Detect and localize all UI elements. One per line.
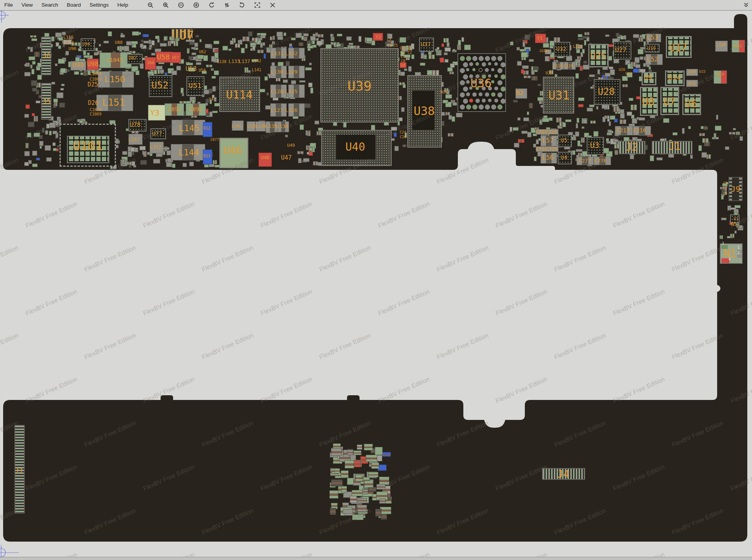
ref-label-C6[interactable]: C6 [723, 182, 727, 185]
ref-label-L119[interactable]: L119 [553, 64, 562, 68]
double-chevron-down-icon[interactable] [743, 2, 750, 9]
ref-label-Y1[interactable]: Y1 [537, 36, 542, 41]
ref-label-U78[interactable]: U78 [130, 121, 140, 128]
ref-label-U77[interactable]: U77 [152, 130, 162, 137]
ref-label-N2[interactable]: N2 [516, 89, 523, 97]
rotate-ccw-icon[interactable] [208, 2, 215, 9]
ref-label-L129[interactable]: L129 [285, 69, 297, 75]
ref-label-D87[interactable]: D87 [128, 55, 137, 61]
ref-label-U1001[interactable]: U1001 [540, 49, 549, 53]
ref-label-C1045[interactable]: C1045 [107, 57, 123, 63]
ref-label-U38[interactable]: U38 [414, 104, 435, 118]
ref-label-U60[interactable]: U60 [147, 61, 154, 65]
ref-label-L56[interactable]: L56 [542, 154, 554, 161]
ref-label-N1[interactable]: N1 [724, 248, 736, 259]
ref-label-U28[interactable]: U28 [598, 86, 615, 97]
ref-label-L147[interactable]: L147 [128, 137, 140, 142]
ref-label-U39[interactable]: U39 [347, 78, 371, 94]
ref-label-U96[interactable]: U96 [69, 46, 76, 51]
ref-label-L134[interactable]: L134 [276, 123, 288, 129]
ref-label-L151[interactable]: L151 [102, 97, 125, 108]
ref-label-C41[interactable]: C41 [400, 46, 406, 50]
ref-label-U8[interactable]: U8 [642, 96, 654, 108]
ref-label-L122[interactable]: L122 [573, 44, 582, 49]
ref-label-U40[interactable]: U40 [345, 140, 365, 153]
ref-label-C2[interactable]: C2 [408, 50, 412, 54]
ref-label-U114[interactable]: U114 [226, 88, 252, 101]
ref-label-C7[interactable]: C7 [723, 187, 727, 191]
ref-label-U17[interactable]: U17 [669, 42, 687, 54]
ref-label-C8[interactable]: C8 [401, 59, 405, 63]
ref-label-U22[interactable]: U22 [625, 72, 632, 76]
ref-label-U32[interactable]: U32 [556, 46, 566, 52]
ref-label-U19[interactable]: U19 [647, 46, 656, 51]
ref-label-U26[interactable]: U26 [619, 68, 625, 72]
ref-label-U49[interactable]: U49 [287, 143, 295, 148]
ref-label-C877[interactable]: C877 [210, 138, 219, 142]
board-canvas[interactable]: 1234 FlexBV Free EditionFlexBV Free Edit… [0, 11, 752, 557]
ref-label-C3[interactable]: C3 [401, 50, 405, 54]
ref-label-C1064[interactable]: C1064 [90, 72, 101, 76]
ref-label-U3[interactable]: U3 [590, 140, 599, 150]
ref-label-D26[interactable]: D26 [88, 99, 98, 106]
ref-label-C6[interactable]: C6 [388, 43, 392, 47]
ref-label-C323[interactable]: C323 [536, 129, 547, 135]
ref-label-C4[interactable]: C4 [401, 55, 405, 59]
ref-label-L125[interactable]: L125 [285, 88, 297, 94]
menu-help[interactable]: Help [113, 0, 132, 10]
flip-vertical-icon[interactable] [223, 2, 230, 9]
center-focus-icon[interactable] [254, 2, 261, 9]
ref-label-U7[interactable]: U7 [663, 96, 675, 108]
ref-label-U6[interactable]: U6 [685, 98, 697, 110]
ref-label-U10[interactable]: U10 [689, 70, 696, 74]
ref-label-J9[interactable]: J9 [731, 184, 740, 194]
ref-label-U31[interactable]: U31 [548, 88, 569, 102]
ref-label-L144[interactable]: L144 [179, 148, 199, 157]
ref-label-L128[interactable]: L128 [271, 88, 283, 94]
ref-label-C891[interactable]: C891 [168, 106, 181, 112]
ref-label-J6[interactable]: J6 [43, 52, 51, 59]
ref-label-U5[interactable]: U5 [561, 137, 568, 143]
ref-label-L130[interactable]: L130 [271, 69, 283, 75]
zoom-out-icon[interactable] [177, 2, 184, 9]
ref-label-C892[interactable]: C892 [189, 106, 202, 112]
ref-label-U14[interactable]: U14 [668, 73, 681, 81]
ref-label-C217[interactable]: C217 [616, 127, 630, 133]
ref-label-C321[interactable]: C321 [536, 146, 547, 152]
ref-label-U88[interactable]: U88 [115, 40, 123, 45]
close-icon[interactable] [269, 2, 276, 9]
ref-label-C5[interactable]: C5 [723, 192, 727, 195]
ref-label-U46[interactable]: U46 [224, 145, 242, 157]
ref-label-U27[interactable]: U27 [615, 46, 627, 54]
rotate-cw-icon[interactable] [239, 2, 246, 9]
ref-label-U98[interactable]: U98 [87, 60, 99, 68]
ref-label-L131[interactable]: L131 [271, 50, 283, 56]
ref-label-L145[interactable]: L145 [179, 123, 200, 133]
ref-label-U9[interactable]: U9 [644, 73, 652, 81]
ref-label-N30[interactable]: N30 [441, 90, 447, 94]
ref-label-U94[interactable]: U94 [82, 41, 90, 47]
ref-label-L155[interactable]: L155 [63, 35, 74, 40]
ref-label-U101[interactable]: U101 [72, 139, 103, 153]
ref-label-J4[interactable]: J4 [557, 468, 569, 480]
ref-label-L137[interactable]: L137 [239, 59, 250, 64]
ref-label-L136[interactable]: L136 [256, 124, 266, 129]
ref-label-U15[interactable]: U15 [699, 70, 705, 74]
ref-label-C216[interactable]: C216 [633, 127, 646, 133]
ref-label-U1[interactable]: U1 [734, 217, 738, 221]
menu-search[interactable]: Search [37, 0, 63, 10]
ref-label-J3[interactable]: J3 [15, 467, 22, 474]
ref-label-U37[interactable]: U37 [421, 41, 430, 47]
ref-label-L53[interactable]: L53 [647, 34, 658, 41]
ref-label-U52[interactable]: U52 [151, 80, 168, 91]
ref-label-U57[interactable]: U57 [172, 56, 179, 60]
ref-label-L152[interactable]: L152 [150, 144, 161, 150]
ref-label-D12[interactable]: D12 [203, 126, 210, 130]
ref-label-L150[interactable]: L150 [105, 74, 125, 84]
ref-label-L132[interactable]: L132 [285, 50, 297, 56]
ref-label-L142[interactable]: L142 [252, 59, 261, 63]
ref-label-N5[interactable]: N5 [731, 221, 737, 227]
ref-label-C322[interactable]: C322 [546, 129, 557, 135]
ref-label-U62[interactable]: U62 [199, 50, 206, 54]
ref-label-L127[interactable]: L127 [271, 107, 283, 113]
